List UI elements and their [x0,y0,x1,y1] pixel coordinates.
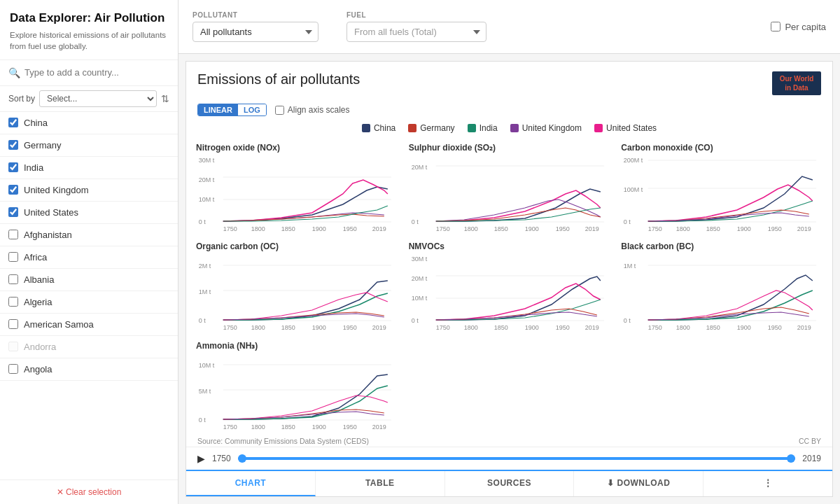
sort-row: Sort by Select... ⇅ [0,86,178,112]
bc-svg: 1M t 0 t 1750 1800 1850 1900 1950 2019 [621,254,822,331]
country-checkbox[interactable] [8,185,18,195]
top-controls: POLLUTANT All pollutants FUEL From all f… [178,0,840,54]
svg-text:1850: 1850 [706,225,720,232]
svg-text:20M t: 20M t [411,275,427,282]
list-item[interactable]: Algeria [0,291,178,314]
list-item[interactable]: India [0,157,178,179]
bc-chart: Black carbon (BC) 1M t 0 t 1750 1800 185… [615,236,828,335]
country-checkbox[interactable] [8,364,18,374]
tab-sources[interactable]: SOURCES [445,471,575,496]
list-item[interactable]: Angola [0,358,178,381]
nox-chart: Nitrogen oxide (NOx) 30M t 20M t 10M t 0… [190,137,403,236]
sidebar: Data Explorer: Air Pollution Explore his… [0,0,178,504]
align-axis-checkbox[interactable] [275,106,284,115]
legend-item: United States [594,123,657,133]
sort-select[interactable]: Select... [39,90,157,107]
search-input[interactable] [24,67,169,78]
tab-table[interactable]: TABLE [316,471,445,496]
linear-scale-button[interactable]: LINEAR [198,104,238,115]
nox-title: Nitrogen oxide (NOx) [196,143,398,153]
svg-text:2019: 2019 [797,225,811,232]
legend-label: China [374,123,396,133]
oc-title: Organic carbon (OC) [196,241,398,251]
list-item[interactable]: Germany [0,134,178,157]
svg-text:1M t: 1M t [199,288,211,295]
svg-text:1900: 1900 [312,424,326,430]
country-name: Algeria [24,297,52,307]
list-item[interactable]: China [0,112,178,134]
country-name: Africa [24,252,47,262]
list-item[interactable]: Afghanistan [0,224,178,246]
country-name: Andorra [24,342,56,352]
svg-text:0 t: 0 t [411,218,419,225]
country-checkbox[interactable] [8,162,18,172]
oc-svg: 2M t 1M t 0 t 1750 1800 1850 1900 1950 2… [196,254,398,331]
svg-text:1850: 1850 [281,324,295,331]
timeline-bar: ▶ 1750 2019 [186,447,832,470]
svg-text:30M t: 30M t [411,255,427,262]
country-checkbox[interactable] [8,319,18,329]
per-capita-group: Per capita [771,22,826,32]
fuel-select[interactable]: From all fuels (Total) [346,22,486,42]
per-capita-checkbox[interactable] [771,22,780,31]
country-checkbox[interactable] [8,252,18,262]
svg-text:2019: 2019 [372,225,386,232]
timeline-handle-left[interactable] [238,454,246,463]
svg-text:1800: 1800 [463,225,477,232]
tab-share[interactable]: ⋮ [704,471,832,496]
svg-text:1950: 1950 [768,225,782,232]
so2-svg: 20M t 0 t 1750 1800 1850 1900 1950 2019 [409,155,610,232]
tab-download[interactable]: ⬇ DOWNLOAD [574,471,704,496]
list-item[interactable]: American Samoa [0,314,178,336]
legend-item: Germany [408,123,454,133]
country-checkbox[interactable] [8,140,18,150]
country-checkbox[interactable] [8,297,18,307]
chart-legend: ChinaGermanyIndiaUnited KingdomUnited St… [186,120,832,137]
svg-text:10M t: 10M t [199,196,215,203]
list-item[interactable]: United Kingdom [0,179,178,202]
tab-chart[interactable]: CHART [186,471,316,496]
log-scale-button[interactable]: LOG [238,104,266,115]
svg-text:1750: 1750 [223,424,237,430]
country-checkbox[interactable] [8,118,18,127]
list-item[interactable]: Africa [0,246,178,269]
country-search-container[interactable]: 🔍 [0,60,178,86]
svg-text:1800: 1800 [676,324,690,331]
timeline-handle-right[interactable] [787,454,795,463]
svg-text:0 t: 0 t [199,317,206,324]
svg-text:1900: 1900 [312,225,326,232]
country-checkbox[interactable] [8,207,18,217]
svg-text:0 t: 0 t [411,317,419,324]
svg-text:2019: 2019 [372,424,386,430]
source-text: Source: Community Emissions Data System … [197,437,369,445]
search-icon: 🔍 [8,67,20,78]
chart-header: Emissions of air pollutants Our Worldin … [186,62,832,101]
pollutant-select[interactable]: All pollutants [192,22,318,42]
share-icon: ⋮ [764,478,773,488]
legend-item: India [468,123,498,133]
svg-text:2019: 2019 [372,324,386,331]
sort-direction-icon[interactable]: ⇅ [161,93,169,104]
play-button[interactable]: ▶ [197,453,205,464]
charts-grid: Nitrogen oxide (NOx) 30M t 20M t 10M t 0… [186,137,832,434]
country-checkbox[interactable] [8,342,18,351]
legend-label: Germany [420,123,454,133]
country-checkbox[interactable] [8,230,18,239]
svg-text:0 t: 0 t [624,218,631,225]
align-axis-label: Align axis scales [288,105,350,115]
country-name: United Kingdom [24,185,89,195]
list-item[interactable]: Albania [0,269,178,291]
nmvocs-chart: NMVOCs 30M t 20M t 10M t 0 t 1750 1800 1… [403,236,616,335]
sidebar-title: Data Explorer: Air Pollution [10,11,168,25]
list-item[interactable]: United States [0,202,178,224]
chart-controls: LINEAR LOG Align axis scales [186,101,832,120]
timeline-slider[interactable] [238,457,796,460]
clear-selection-button[interactable]: ✕ Clear selection [0,479,178,504]
nh3-title: Ammonia (NH₃) [196,341,398,351]
align-axis-control: Align axis scales [275,105,350,115]
pollutant-control: POLLUTANT All pollutants [192,11,318,42]
svg-text:1850: 1850 [493,324,507,331]
chart-area: Emissions of air pollutants Our Worldin … [186,61,833,497]
list-item[interactable]: Andorra [0,336,178,358]
country-checkbox[interactable] [8,274,18,284]
